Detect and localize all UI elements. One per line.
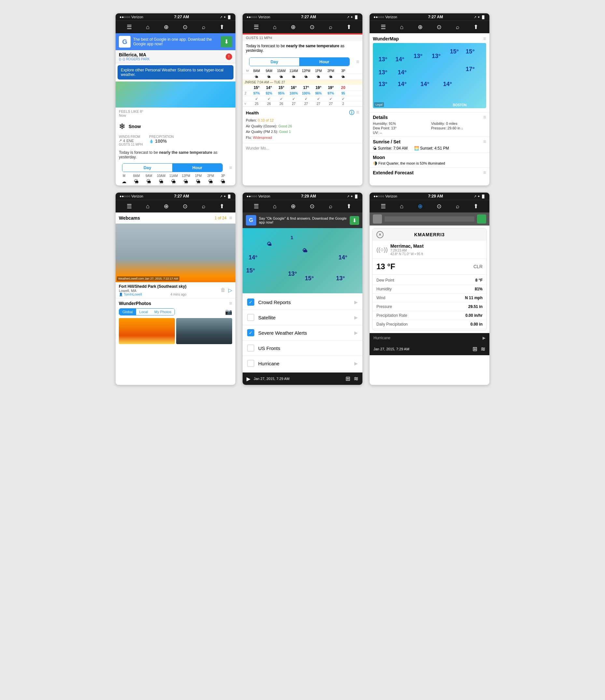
tab-day-2[interactable]: Day [249, 58, 299, 66]
globe-icon-3[interactable]: ⊕ [418, 23, 423, 31]
wp-photo-2[interactable] [176, 318, 232, 344]
carrier-1: ●●○○○ Verizon [120, 15, 143, 19]
wundermap-menu-3[interactable]: ≡ [483, 36, 486, 42]
layer-us-fronts[interactable]: US Fronts [243, 341, 362, 356]
wp-photo-1[interactable] [119, 318, 175, 344]
search-icon-5[interactable]: ⌕ [329, 203, 333, 210]
camera-icon-4[interactable]: 📷 [225, 308, 232, 316]
globe-icon-6[interactable]: ⊕ [418, 203, 423, 210]
download-button-1[interactable]: ⬇ [221, 36, 232, 47]
popup-row-wind: Wind N 11 mph [372, 294, 486, 302]
checkbox-us-fronts[interactable] [247, 345, 254, 352]
hl-10am: 10AM [156, 174, 166, 178]
carrier-5: ●●○○○ Verizon [246, 194, 270, 198]
station-time-6: 7:29:23 AM [390, 249, 424, 252]
home-icon-1[interactable]: ⌂ [146, 24, 150, 31]
moon-title-3: Moon [373, 155, 486, 160]
circle-icon-6[interactable]: ⊙ [437, 203, 442, 210]
nav-bar-1: ☰ ⌂ ⊕ ⊙ ⌕ ⬆ [115, 21, 235, 33]
download-btn-5[interactable]: ⬇ [350, 216, 359, 225]
wp-tab-global[interactable]: Global [119, 308, 136, 315]
tab-hour-1[interactable]: Hour [172, 164, 222, 172]
sunrise-row-3: 🌤 Sunrise: 7:04 AM 🌅 Sunset: 4:51 PM [373, 146, 486, 151]
circle-icon-3[interactable]: ⊙ [437, 23, 442, 31]
wp-tab-myphotos[interactable]: My Photos [151, 308, 175, 315]
menu-icon-5[interactable]: ☰ [254, 203, 259, 210]
menu-icon-6[interactable]: ☰ [380, 203, 386, 210]
share-icon-1[interactable]: ⬆ [219, 23, 225, 31]
tab-hour-2[interactable]: Hour [299, 58, 349, 66]
layer-hurricane[interactable]: Hurricane ▶ [243, 356, 362, 371]
menu-icon-4[interactable]: ☰ [127, 203, 132, 210]
circle-icon-2[interactable]: ⊙ [310, 23, 315, 31]
checkbox-crowd-reports[interactable]: ✓ [247, 299, 254, 306]
home-icon-4[interactable]: ⌂ [146, 203, 150, 210]
tab-day-1[interactable]: Day [123, 164, 172, 172]
layer-crowd-reports[interactable]: ✓ Crowd Reports ▶ [243, 295, 362, 310]
webcam-menu-4[interactable]: ≡ [229, 215, 232, 221]
collapse-icon-2[interactable]: ≡ [356, 59, 359, 65]
nav-bar-6: ☰ ⌂ ⊕ ⊙ ⌕ ⬆ [370, 200, 490, 212]
home-icon-6[interactable]: ⌂ [400, 203, 403, 210]
popup-row-humidity: Humidity 81% [372, 285, 486, 294]
details-menu-3[interactable]: ≡ [483, 115, 486, 120]
popup-data-6: Dew Point 8 °F Humidity 81% Wind N 11 mp… [372, 275, 486, 330]
home-icon-2[interactable]: ⌂ [273, 24, 277, 31]
search-icon-1[interactable]: ⌕ [202, 24, 206, 31]
checkbox-satellite[interactable] [247, 314, 254, 321]
share-icon-4[interactable]: ⬆ [219, 203, 225, 210]
checkbox-severe-weather[interactable]: ✓ [247, 329, 254, 336]
wp-tab-local[interactable]: Local [136, 308, 151, 315]
menu-icon-3[interactable]: ☰ [380, 23, 386, 31]
share-icon-2[interactable]: ⬆ [346, 23, 351, 31]
search-icon-4[interactable]: ⌕ [202, 203, 206, 210]
layer-severe-weather[interactable]: ✓ Severe Weather Alerts ▶ [243, 325, 362, 341]
menu-icon-2[interactable]: ☰ [254, 23, 259, 31]
close-button-6[interactable]: ✕ [376, 231, 384, 238]
globe-icon-4[interactable]: ⊕ [164, 203, 169, 210]
globe-icon-5[interactable]: ⊕ [291, 203, 296, 210]
station-id-6: KMAMERRI3 [414, 232, 445, 237]
wundermap-img-3: 13° 14° 13° 13° 15° 15° 13° 14° 13° 14° … [373, 43, 486, 108]
search-icon-3[interactable]: ⌕ [456, 24, 459, 31]
hl-3p: 3P [218, 174, 228, 178]
hurricane-bar-6: Hurricane ▶ [370, 333, 490, 343]
wp-photos-4 [119, 318, 232, 344]
search-icon-2[interactable]: ⌕ [329, 24, 333, 31]
search-icon-6[interactable]: ⌕ [456, 203, 459, 210]
share-icon-6[interactable]: ⬆ [473, 203, 478, 210]
status-icons-3: ↗ ✦ ▐▌ [474, 15, 485, 19]
health-title-2: Health ⓘ ≡ [246, 109, 359, 116]
share-icon-5[interactable]: ⬆ [346, 203, 351, 210]
circle-icon-5[interactable]: ⊙ [310, 203, 315, 210]
menu-icon-1[interactable]: ☰ [127, 23, 132, 31]
bottom-icons-5: ⊞ ≋ [345, 375, 359, 382]
wp-menu-4[interactable]: ≡ [229, 300, 232, 306]
play-icon-4[interactable]: ▷ [228, 287, 232, 293]
webcam-info-4: Fort Hill/Shedd Park (Southeast sky) Low… [115, 282, 235, 298]
circle-icon-4[interactable]: ⊙ [183, 203, 188, 210]
home-icon-5[interactable]: ⌂ [273, 203, 277, 210]
globe-icon-1[interactable]: ⊕ [164, 23, 169, 31]
home-icon-3[interactable]: ⌂ [400, 24, 403, 31]
checkbox-hurricane[interactable] [247, 360, 254, 367]
share-icon-3[interactable]: ⬆ [473, 23, 478, 31]
sunrise-menu-3[interactable]: ≡ [483, 139, 486, 145]
blurred-btn-6 [477, 215, 486, 224]
info-icon-2[interactable]: ⓘ [349, 109, 354, 116]
gusts-bar-2: GUSTS 11 MPH [243, 34, 362, 41]
grid-icon-5[interactable]: ⊞ [345, 375, 350, 382]
bottom-play-5[interactable]: ▶ [246, 376, 251, 382]
circle-icon-1[interactable]: ⊙ [183, 23, 188, 31]
layers-icon-6[interactable]: ≋ [481, 345, 485, 353]
collapse-icon-1[interactable]: ≡ [229, 165, 232, 171]
menu-icon-health[interactable]: ≡ [356, 109, 359, 116]
globe-icon-2[interactable]: ⊕ [291, 23, 296, 31]
layer-satellite[interactable]: Satellite ▶ [243, 310, 362, 325]
layers-icon-5[interactable]: ≋ [353, 375, 359, 382]
screen-6-station: ●●○○○ Verizon 7:29 AM ↗ ✦ ▐▌ ☰ ⌂ ⊕ ⊙ ⌕ ⬆… [369, 192, 490, 385]
extended-menu-3[interactable]: ≡ [483, 170, 486, 176]
trash-icon-4[interactable]: 🗑 [220, 287, 226, 293]
alert-badge-1[interactable]: ! [226, 53, 232, 60]
grid-icon-6[interactable]: ⊞ [472, 345, 477, 353]
